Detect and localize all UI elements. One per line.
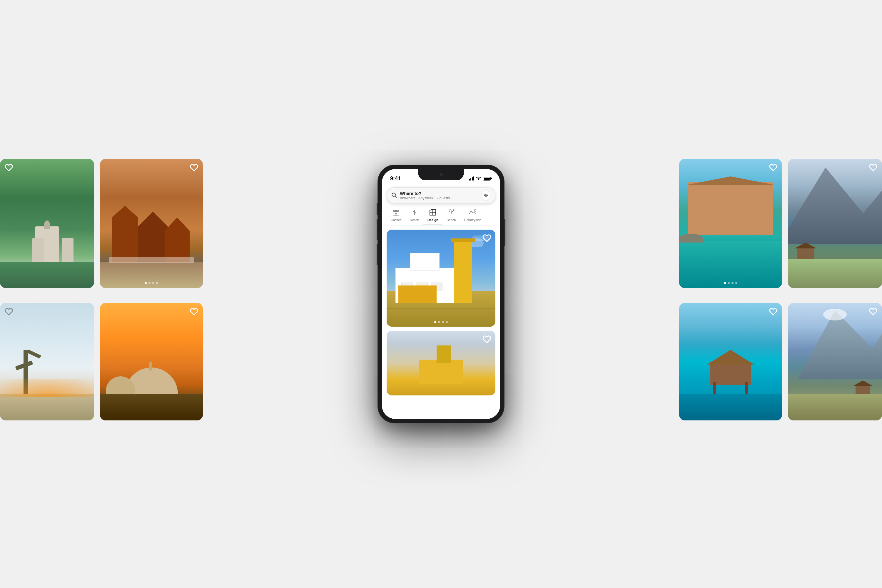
svg-line-1 [395, 196, 397, 198]
svg-rect-28 [433, 209, 436, 212]
property-card-castle [0, 159, 94, 288]
heart-button[interactable] [769, 308, 777, 317]
tab-castles-label: Castles [391, 218, 402, 222]
tab-desert-label: Desert [410, 218, 419, 222]
svg-rect-21 [395, 213, 397, 215]
featured-listing [387, 230, 495, 327]
svg-rect-11 [398, 210, 399, 212]
heart-button[interactable] [190, 164, 198, 173]
search-title: Where to? [400, 191, 478, 196]
phone-screen: 9:41 [382, 169, 500, 419]
countryside-icon [468, 208, 477, 217]
design-icon [428, 208, 437, 217]
tab-desert[interactable]: Desert [406, 208, 423, 225]
tab-countryside[interactable]: Countryside [460, 208, 486, 225]
tab-design-label: Design [428, 218, 438, 222]
castles-icon [392, 208, 400, 217]
category-tabs: Castles Desert [382, 204, 500, 225]
listing-dots [434, 321, 448, 323]
tab-castles[interactable]: Castles [387, 208, 406, 225]
phone-notch [418, 169, 464, 180]
property-card-mountain [788, 159, 882, 288]
svg-rect-9 [393, 210, 394, 212]
filter-button[interactable] [481, 190, 491, 201]
wifi-icon [476, 176, 481, 180]
status-icons [469, 176, 492, 180]
svg-rect-27 [430, 212, 433, 215]
battery-icon [483, 177, 492, 180]
signal-icon [469, 176, 474, 180]
second-heart-button[interactable] [483, 335, 491, 345]
search-text: Where to? Anywhere · Any week · 2 guests [400, 191, 478, 200]
property-card-coastal [679, 159, 782, 288]
desert-icon [410, 208, 419, 217]
heart-button[interactable] [190, 308, 198, 317]
svg-point-6 [487, 195, 488, 196]
svg-rect-10 [395, 210, 397, 212]
second-listing [387, 331, 495, 395]
heart-button[interactable] [5, 164, 13, 173]
filter-icon [483, 193, 489, 198]
heart-button[interactable] [5, 308, 13, 317]
property-card-rust [100, 159, 203, 288]
heart-button[interactable] [869, 164, 877, 173]
svg-point-33 [474, 210, 476, 212]
property-card-water-bungalow [679, 303, 782, 420]
tab-countryside-label: Countryside [464, 218, 482, 222]
property-card-dome [100, 303, 203, 420]
status-time: 9:41 [390, 176, 401, 182]
search-subtitle: Anywhere · Any week · 2 guests [400, 196, 478, 200]
tab-beach[interactable]: Beach [442, 208, 460, 225]
heart-button[interactable] [869, 308, 877, 317]
svg-point-7 [486, 196, 487, 197]
tab-design[interactable]: Design [423, 208, 442, 225]
svg-rect-29 [433, 212, 436, 215]
featured-heart-button[interactable] [483, 234, 491, 244]
heart-button[interactable] [769, 164, 777, 173]
beach-icon [447, 208, 456, 217]
phone-frame: 9:41 [378, 165, 504, 423]
property-card-alpine [788, 303, 882, 420]
property-card-desert-sky [0, 303, 94, 420]
svg-point-5 [485, 194, 486, 195]
search-icon [391, 192, 397, 199]
search-bar[interactable]: Where to? Anywhere · Any week · 2 guests [387, 187, 495, 204]
tab-beach-label: Beach [447, 218, 456, 222]
